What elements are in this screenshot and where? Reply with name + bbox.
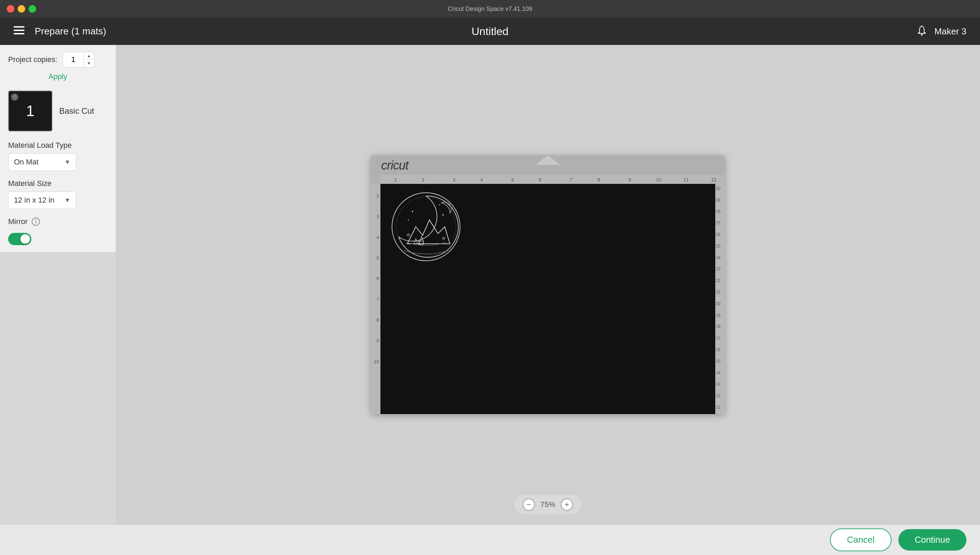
ruler-h-3: 3 [453,177,456,183]
ruler-vr-15: 15 [716,359,720,364]
ruler-vr-14: 14 [716,371,720,375]
ruler-vr-22: 22 [716,278,720,283]
ruler-vr-27: 27 [716,221,720,225]
ruler-vr-20: 20 [716,302,720,306]
ruler-v-2: 2 [376,193,379,199]
copies-spinners: ▲ ▼ [83,52,94,67]
sidebar-gray-area [0,252,116,525]
ruler-vr-28: 28 [716,209,720,214]
material-size-chevron-icon: ▼ [64,197,70,204]
sidebar: Project copies: ▲ ▼ Apply [0,45,116,525]
svg-point-5 [14,98,15,99]
ruler-vr-17: 17 [716,336,720,340]
mat-black-surface [380,184,715,414]
zoom-increase-button[interactable]: + [561,499,573,511]
app-title: Cricut Design Space v7.41.109 [448,5,532,13]
footer: Cancel Continue [0,525,980,555]
material-size-value: 12 in x 12 in [14,196,54,205]
mirror-info-icon[interactable]: i [32,218,40,226]
material-size-label: Material Size [8,179,107,188]
ruler-vr-23: 23 [716,266,720,271]
ruler-vr-16: 16 [716,347,720,352]
ruler-h-5: 5 [512,177,514,183]
content-area: Project copies: ▲ ▼ Apply [0,45,980,525]
svg-point-11 [442,214,444,215]
copies-decrement-button[interactable]: ▼ [84,59,94,67]
ruler-h-4: 4 [480,177,483,183]
ruler-v-9: 9 [376,338,379,343]
ruler-vr-25: 25 [716,244,720,249]
copies-input-group: ▲ ▼ [62,52,94,67]
ruler-horizontal: 1 2 3 4 5 6 7 8 9 10 11 12 [380,175,725,184]
svg-point-6 [392,193,460,261]
project-copies-row: Project copies: ▲ ▼ [8,52,107,67]
minimize-button[interactable] [18,5,25,13]
ruler-h-9: 9 [628,177,631,183]
zoom-decrease-icon: − [527,500,531,509]
ruler-vr-12: 12 [716,393,720,398]
mirror-label: Mirror [8,217,27,226]
cricut-logo: cricut [381,158,408,173]
ruler-h-2: 2 [422,177,424,183]
ruler-v-3: 3 [376,214,379,219]
ruler-v-10: 10 [374,359,379,364]
ruler-v-6: 6 [376,276,379,281]
ruler-h-11: 11 [684,177,689,183]
mirror-row: Mirror i [8,217,107,226]
material-load-type-value: On Mat [14,158,38,167]
mirror-toggle[interactable] [8,233,31,245]
ruler-h-8: 8 [598,177,600,183]
hamburger-menu-icon[interactable] [14,25,24,38]
mat-thumbnail: 1 [8,91,53,132]
material-size-dropdown[interactable]: 12 in x 12 in ▼ [8,191,76,209]
main-header: Prepare (1 mats) Untitled Maker 3 [0,18,980,45]
cancel-button[interactable]: Cancel [830,528,892,551]
ruler-h-10: 10 [656,177,662,183]
ruler-vr-19: 19 [716,313,720,318]
mat-canvas-container: cricut 1 2 3 4 5 6 7 8 9 10 11 12 [371,155,725,414]
ruler-vr-29: 29 [716,198,720,202]
notification-bell-icon[interactable] [916,24,927,38]
ruler-vr-21: 21 [716,290,720,295]
mat-row: 1 Basic Cut [8,91,107,132]
svg-point-12 [408,220,409,221]
device-name-label: Maker 3 [934,26,966,37]
ruler-vr-26: 26 [716,232,720,237]
copies-increment-button[interactable]: ▲ [84,52,94,59]
info-letter: i [35,218,37,225]
document-title: Untitled [472,25,509,38]
cricut-header: cricut [371,155,725,176]
ruler-vr-24: 24 [716,255,720,260]
copies-input[interactable] [63,52,83,67]
maximize-button[interactable] [29,5,36,13]
svg-point-9 [412,211,413,212]
close-button[interactable] [7,5,14,13]
svg-rect-1 [14,30,24,31]
title-bar: Cricut Design Space v7.41.109 [0,0,980,18]
ruler-vertical: 2 3 4 5 6 7 8 9 10 [371,184,380,414]
ruler-vr-30: 30 [716,186,720,191]
material-load-type-chevron-icon: ▼ [64,159,70,166]
continue-button[interactable]: Continue [898,529,966,550]
material-load-type-dropdown[interactable]: On Mat ▼ [8,153,76,171]
header-right: Maker 3 [916,24,966,38]
ruler-vr-13: 13 [716,382,720,387]
mat-number-label: 1 [26,103,34,120]
mat-corner-icon [11,93,18,101]
ruler-v-8: 8 [376,318,379,323]
design-artwork [388,189,464,264]
svg-point-10 [439,204,440,205]
toggle-knob [21,234,30,244]
ruler-h-6: 6 [539,177,542,183]
zoom-increase-icon: + [565,500,569,509]
zoom-decrease-button[interactable]: − [523,499,535,511]
ruler-v-7: 7 [376,297,379,302]
ruler-vr-11: 11 [716,405,720,410]
svg-rect-2 [14,33,24,34]
prepare-title: Prepare (1 mats) [35,26,106,37]
apply-button[interactable]: Apply [8,71,107,82]
mat-type-label: Basic Cut [59,106,94,116]
project-copies-label: Project copies: [8,55,57,64]
ruler-vertical-right: 30 29 28 27 26 25 24 23 22 21 20 19 18 1… [715,184,725,414]
material-load-type-label: Material Load Type [8,141,107,150]
